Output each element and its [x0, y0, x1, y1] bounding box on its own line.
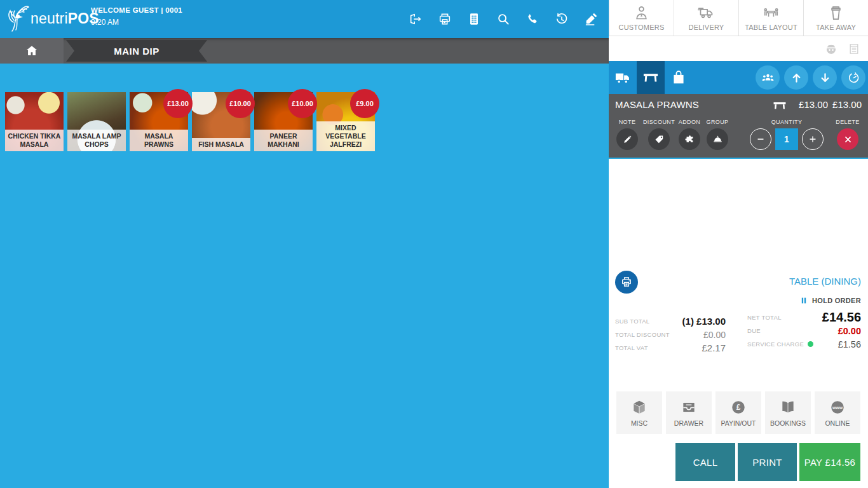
order-type-tab[interactable]: [665, 61, 693, 94]
signature-icon[interactable]: [584, 12, 598, 26]
total-label: DUE: [747, 327, 761, 334]
menu-grid: CHICKEN TIKKA MASALA MASALA LAMP CHOPS £…: [0, 64, 609, 488]
home-icon: [25, 44, 39, 58]
brand-title: neutriPOS: [31, 10, 99, 27]
utility-button[interactable]: £ PAYIN/OUT: [715, 391, 761, 434]
group-label: GROUP: [702, 119, 733, 125]
topbar: neutriPOS WELCOME GUEST | 0001 9:20 AM: [0, 0, 609, 38]
quantity-increase-button[interactable]: [802, 128, 824, 150]
phone-icon[interactable]: [526, 12, 539, 26]
order-type-tab[interactable]: [609, 61, 637, 94]
addon-label: ADDON: [675, 119, 704, 125]
total-value: £0.00: [703, 330, 726, 340]
group-people-icon: [761, 71, 775, 85]
category-label: MAIN DIP: [114, 46, 159, 57]
utility-button[interactable]: MISC: [616, 391, 662, 434]
order-tabs: [609, 61, 693, 94]
group-tool: GROUP: [702, 119, 733, 150]
utility-button-label: DRAWER: [674, 419, 703, 427]
totals-right-column: NET TOTAL £14.56 DUE £0.00 SERVICE CHARG…: [747, 311, 861, 351]
welcome-block: WELCOME GUEST | 0001 9:20 AM: [91, 6, 182, 27]
hold-order-button[interactable]: HOLD ORDER: [799, 296, 861, 305]
price-badge: £9.00: [350, 89, 379, 118]
printer-icon[interactable]: [438, 12, 452, 26]
order-panel: CUSTOMERS DELIVERY TABLE LAYOUT TAKE AWA…: [609, 0, 868, 488]
order-list-icon[interactable]: [848, 43, 860, 55]
group-button[interactable]: [707, 128, 728, 150]
hold-order-label: HOLD ORDER: [812, 297, 861, 304]
note-button[interactable]: [616, 128, 638, 150]
category-ribbon[interactable]: MAIN DIP: [66, 40, 207, 62]
menu-item-tile[interactable]: £10.00 FISH MASALA: [192, 92, 250, 151]
order-type-tab[interactable]: [637, 61, 665, 94]
topbar-icon-group: [409, 0, 598, 38]
menu-item-name: CHICKEN TIKKA MASALA: [5, 130, 64, 151]
breadcrumb: MAIN DIP: [0, 38, 609, 64]
note-label: NOTE: [613, 119, 642, 125]
clock-text: 9:20 AM: [91, 18, 182, 27]
total-label: NET TOTAL: [747, 314, 782, 321]
mode-button-label: DELIVERY: [689, 24, 724, 31]
action-button-label: PAY £14.56: [804, 457, 856, 468]
total-value: £2.17: [702, 342, 726, 353]
driver-icon[interactable]: [825, 43, 837, 55]
quantity-decrease-button[interactable]: [750, 128, 771, 150]
delete-item-button[interactable]: [837, 128, 858, 150]
menu-item-tile[interactable]: £10.00 PANEER MAKHANI: [254, 92, 313, 151]
printer-icon: [620, 276, 633, 288]
delete-label: DELETE: [830, 119, 865, 125]
mode-button[interactable]: TAKE AWAY: [803, 0, 868, 36]
quick-action-button[interactable]: [813, 65, 837, 90]
minus-icon: [756, 134, 766, 144]
cup-icon: [827, 4, 844, 22]
arrow-down-icon: [818, 71, 832, 85]
sub-toolbar: [825, 37, 860, 61]
total-value: (1) £13.00: [682, 316, 726, 327]
logout-icon[interactable]: [409, 12, 423, 26]
quick-action-button[interactable]: [841, 65, 865, 90]
quick-action-button[interactable]: [756, 65, 780, 90]
keypad-icon[interactable]: [467, 12, 481, 26]
menu-item-name: MIXED VEGETABLE JALFREZI: [316, 121, 375, 151]
order-line-item: MASALA PRAWNS £13.00 £13.00 NOTE DISCOUN…: [609, 94, 868, 159]
total-value: £14.56: [822, 310, 861, 325]
action-button[interactable]: PAY £14.56: [799, 443, 860, 481]
order-type-link[interactable]: TABLE (DINING): [789, 276, 861, 287]
total-label-text: DUE: [747, 327, 761, 334]
addon-button[interactable]: [679, 128, 700, 150]
plus-icon: [808, 134, 818, 144]
home-button[interactable]: [0, 38, 64, 64]
total-label-text: SERVICE CHARGE: [747, 341, 804, 348]
quantity-label: QUANTITY: [745, 119, 828, 125]
utility-button[interactable]: BOOKINGS: [765, 391, 811, 434]
mode-button[interactable]: TABLE LAYOUT: [738, 0, 803, 36]
mode-button-label: CUSTOMERS: [619, 24, 665, 31]
truck-solid-icon: [614, 69, 632, 86]
total-row: DUE £0.00: [747, 324, 861, 337]
total-value: £0.00: [838, 326, 861, 336]
totals-left-column: SUB TOTAL (1) £13.00 TOTAL DISCOUNT £0.0…: [615, 315, 726, 355]
menu-item-name: FISH MASALA: [192, 138, 250, 151]
history-icon[interactable]: [555, 12, 569, 26]
action-button[interactable]: PRINT: [738, 443, 797, 481]
note-tool: NOTE: [613, 119, 642, 150]
utility-button[interactable]: DRAWER: [666, 391, 712, 434]
mode-button-label: TAKE AWAY: [816, 24, 856, 31]
utility-button[interactable]: www ONLINE: [815, 391, 860, 434]
mode-button[interactable]: CUSTOMERS: [609, 0, 674, 36]
total-row: SERVICE CHARGE £1.56: [747, 337, 861, 351]
discount-label: DISCOUNT: [641, 119, 677, 125]
menu-item-tile[interactable]: £9.00 MIXED VEGETABLE JALFREZI: [316, 92, 375, 151]
print-receipt-button[interactable]: [615, 271, 638, 294]
search-icon[interactable]: [496, 12, 510, 26]
mode-button[interactable]: DELIVERY: [674, 0, 738, 36]
action-button[interactable]: CALL: [675, 443, 735, 481]
menu-item-tile[interactable]: MASALA LAMP CHOPS: [67, 92, 126, 151]
menu-item-tile[interactable]: £13.00 MASALA PRAWNS: [130, 92, 188, 151]
menu-item-tile[interactable]: CHICKEN TIKKA MASALA: [5, 92, 64, 151]
quick-action-button[interactable]: [784, 65, 808, 90]
pound-icon: £: [730, 399, 747, 416]
discount-button[interactable]: [648, 128, 670, 150]
bird-logo-icon: [5, 3, 29, 35]
quantity-value[interactable]: 1: [775, 128, 798, 150]
